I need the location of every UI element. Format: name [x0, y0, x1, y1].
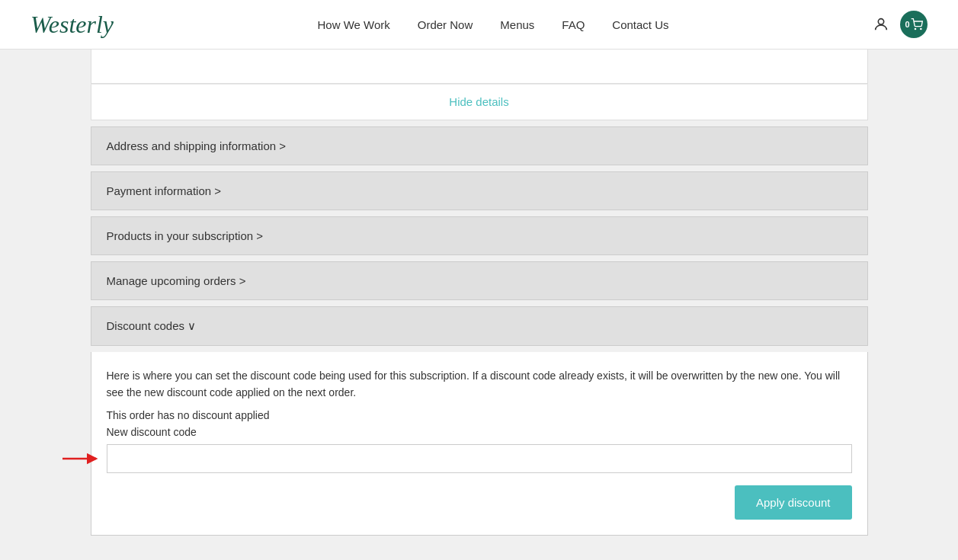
accordion-section: Address and shipping information > Payme… [91, 126, 868, 536]
header-icons: 0 [873, 11, 928, 38]
nav-how-we-work[interactable]: How We Work [317, 18, 389, 31]
no-discount-text: This order has no discount applied [107, 409, 852, 421]
accordion-payment[interactable]: Payment information > [91, 171, 868, 210]
hide-details-link[interactable]: Hide details [449, 95, 508, 108]
discount-content-panel: Here is where you can set the discount c… [91, 352, 868, 536]
accordion-discount-codes[interactable]: Discount codes ∨ [91, 306, 868, 346]
nav-menus[interactable]: Menus [500, 18, 534, 31]
nav-order-now[interactable]: Order Now [418, 18, 473, 31]
discount-description: Here is where you can set the discount c… [107, 367, 852, 402]
account-icon[interactable] [873, 16, 889, 33]
site-header: Westerly How We Work Order Now Menus FAQ… [0, 0, 958, 50]
apply-btn-row: Apply discount [107, 485, 852, 520]
site-logo[interactable]: Westerly [30, 11, 114, 39]
new-discount-label: New discount code [107, 426, 852, 438]
arrow-indicator [62, 451, 101, 466]
discount-code-input[interactable] [107, 444, 852, 473]
nav-faq[interactable]: FAQ [562, 18, 585, 31]
svg-point-0 [878, 19, 883, 24]
main-nav: How We Work Order Now Menus FAQ Contact … [317, 18, 668, 31]
accordion-manage-orders[interactable]: Manage upcoming orders > [91, 261, 868, 300]
cart-button[interactable]: 0 [900, 11, 928, 38]
apply-discount-button[interactable]: Apply discount [735, 485, 852, 520]
accordion-products[interactable]: Products in your subscription > [91, 216, 868, 255]
svg-point-2 [920, 28, 921, 29]
nav-contact-us[interactable]: Contact Us [612, 18, 668, 31]
top-partial-box [91, 50, 868, 84]
svg-point-1 [915, 28, 915, 29]
hide-details-bar: Hide details [91, 84, 868, 120]
accordion-address[interactable]: Address and shipping information > [91, 126, 868, 165]
